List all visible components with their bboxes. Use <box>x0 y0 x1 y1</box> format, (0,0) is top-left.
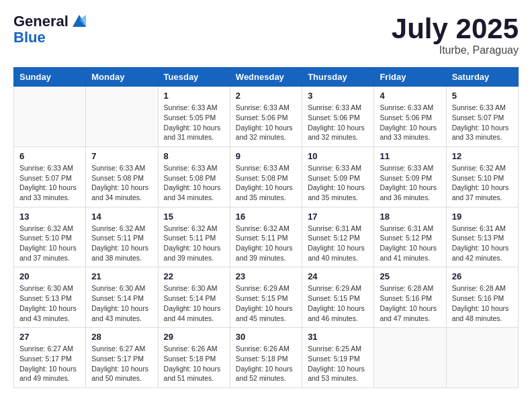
calendar-day-header: Tuesday <box>158 68 230 87</box>
calendar-day-cell: 3Sunrise: 6:33 AM Sunset: 5:06 PM Daylig… <box>302 87 374 147</box>
day-number: 9 <box>236 151 296 161</box>
day-info: Sunrise: 6:33 AM Sunset: 5:07 PM Dayligh… <box>452 103 513 142</box>
calendar-day-cell: 12Sunrise: 6:32 AM Sunset: 5:10 PM Dayli… <box>446 146 518 207</box>
title-block: July 2025 Iturbe, Paraguay <box>392 13 519 56</box>
day-number: 21 <box>91 271 152 281</box>
calendar-day-cell: 10Sunrise: 6:33 AM Sunset: 5:09 PM Dayli… <box>302 146 374 207</box>
day-info: Sunrise: 6:33 AM Sunset: 5:09 PM Dayligh… <box>380 163 440 203</box>
day-info: Sunrise: 6:33 AM Sunset: 5:08 PM Dayligh… <box>236 163 296 203</box>
day-number: 14 <box>91 212 152 222</box>
day-info: Sunrise: 6:33 AM Sunset: 5:08 PM Dayligh… <box>164 163 224 203</box>
day-number: 20 <box>19 271 80 281</box>
calendar-week-row: 20Sunrise: 6:30 AM Sunset: 5:13 PM Dayli… <box>14 267 519 328</box>
calendar-day-cell: 8Sunrise: 6:33 AM Sunset: 5:08 PM Daylig… <box>158 146 230 207</box>
calendar-week-row: 27Sunrise: 6:27 AM Sunset: 5:17 PM Dayli… <box>14 328 519 388</box>
calendar-week-row: 13Sunrise: 6:32 AM Sunset: 5:10 PM Dayli… <box>14 207 519 267</box>
day-info: Sunrise: 6:28 AM Sunset: 5:16 PM Dayligh… <box>452 283 513 323</box>
day-number: 28 <box>91 332 152 342</box>
calendar-day-cell <box>14 87 86 147</box>
calendar-day-cell: 14Sunrise: 6:32 AM Sunset: 5:11 PM Dayli… <box>86 207 158 267</box>
day-info: Sunrise: 6:27 AM Sunset: 5:17 PM Dayligh… <box>19 344 80 383</box>
day-info: Sunrise: 6:31 AM Sunset: 5:12 PM Dayligh… <box>380 224 440 263</box>
calendar-day-cell: 7Sunrise: 6:33 AM Sunset: 5:08 PM Daylig… <box>86 146 158 207</box>
calendar-day-cell: 24Sunrise: 6:29 AM Sunset: 5:15 PM Dayli… <box>302 267 374 328</box>
page-header: General Blue July 2025 Iturbe, Paraguay <box>13 13 519 56</box>
day-number: 19 <box>452 212 513 222</box>
calendar-day-cell <box>374 328 446 388</box>
logo-general: General <box>13 13 69 30</box>
calendar-day-cell: 29Sunrise: 6:26 AM Sunset: 5:18 PM Dayli… <box>158 328 230 388</box>
day-number: 26 <box>452 271 513 281</box>
day-number: 2 <box>236 91 296 101</box>
day-number: 23 <box>236 271 296 281</box>
day-number: 16 <box>236 212 296 222</box>
calendar-day-header: Wednesday <box>230 68 302 87</box>
calendar-day-cell: 15Sunrise: 6:32 AM Sunset: 5:11 PM Dayli… <box>158 207 230 267</box>
day-info: Sunrise: 6:28 AM Sunset: 5:16 PM Dayligh… <box>380 283 440 323</box>
day-info: Sunrise: 6:33 AM Sunset: 5:06 PM Dayligh… <box>308 103 368 142</box>
day-number: 5 <box>452 91 513 101</box>
day-number: 25 <box>380 271 440 281</box>
day-number: 15 <box>164 212 224 222</box>
calendar-day-cell: 21Sunrise: 6:30 AM Sunset: 5:14 PM Dayli… <box>86 267 158 328</box>
calendar-title: July 2025 <box>392 13 519 44</box>
calendar-day-cell: 23Sunrise: 6:29 AM Sunset: 5:15 PM Dayli… <box>230 267 302 328</box>
calendar-day-cell: 9Sunrise: 6:33 AM Sunset: 5:08 PM Daylig… <box>230 146 302 207</box>
calendar-day-header: Thursday <box>302 68 374 87</box>
calendar-day-cell <box>86 87 158 147</box>
day-info: Sunrise: 6:33 AM Sunset: 5:07 PM Dayligh… <box>19 163 80 203</box>
day-number: 10 <box>308 151 368 161</box>
day-number: 4 <box>380 91 440 101</box>
day-number: 3 <box>308 91 368 101</box>
day-number: 22 <box>164 271 224 281</box>
calendar-day-cell: 11Sunrise: 6:33 AM Sunset: 5:09 PM Dayli… <box>374 146 446 207</box>
calendar-header-row: SundayMondayTuesdayWednesdayThursdayFrid… <box>14 68 519 87</box>
day-info: Sunrise: 6:32 AM Sunset: 5:11 PM Dayligh… <box>236 224 296 263</box>
day-info: Sunrise: 6:33 AM Sunset: 5:06 PM Dayligh… <box>380 103 440 142</box>
day-number: 27 <box>19 332 80 342</box>
calendar-day-cell: 18Sunrise: 6:31 AM Sunset: 5:12 PM Dayli… <box>374 207 446 267</box>
day-info: Sunrise: 6:33 AM Sunset: 5:09 PM Dayligh… <box>308 163 368 203</box>
day-number: 13 <box>19 212 80 222</box>
day-info: Sunrise: 6:26 AM Sunset: 5:18 PM Dayligh… <box>164 344 224 383</box>
day-info: Sunrise: 6:30 AM Sunset: 5:14 PM Dayligh… <box>164 283 224 323</box>
day-number: 31 <box>308 332 368 342</box>
day-info: Sunrise: 6:31 AM Sunset: 5:12 PM Dayligh… <box>308 224 368 263</box>
day-info: Sunrise: 6:30 AM Sunset: 5:13 PM Dayligh… <box>19 283 80 323</box>
day-info: Sunrise: 6:32 AM Sunset: 5:10 PM Dayligh… <box>452 163 513 203</box>
calendar-day-cell: 1Sunrise: 6:33 AM Sunset: 5:05 PM Daylig… <box>158 87 230 147</box>
day-number: 29 <box>164 332 224 342</box>
calendar-location: Iturbe, Paraguay <box>392 44 519 56</box>
day-info: Sunrise: 6:33 AM Sunset: 5:05 PM Dayligh… <box>164 103 224 142</box>
calendar-table: SundayMondayTuesdayWednesdayThursdayFrid… <box>13 67 519 388</box>
calendar-week-row: 1Sunrise: 6:33 AM Sunset: 5:05 PM Daylig… <box>14 87 519 147</box>
day-number: 12 <box>452 151 513 161</box>
calendar-day-cell: 4Sunrise: 6:33 AM Sunset: 5:06 PM Daylig… <box>374 87 446 147</box>
day-info: Sunrise: 6:33 AM Sunset: 5:08 PM Dayligh… <box>91 163 152 203</box>
calendar-day-header: Sunday <box>14 68 86 87</box>
calendar-day-cell: 16Sunrise: 6:32 AM Sunset: 5:11 PM Dayli… <box>230 207 302 267</box>
calendar-day-cell: 19Sunrise: 6:31 AM Sunset: 5:13 PM Dayli… <box>446 207 518 267</box>
calendar-week-row: 6Sunrise: 6:33 AM Sunset: 5:07 PM Daylig… <box>14 146 519 207</box>
day-number: 17 <box>308 212 368 222</box>
calendar-day-cell <box>446 328 518 388</box>
day-info: Sunrise: 6:26 AM Sunset: 5:18 PM Dayligh… <box>236 344 296 383</box>
day-number: 18 <box>380 212 440 222</box>
day-info: Sunrise: 6:32 AM Sunset: 5:10 PM Dayligh… <box>19 224 80 263</box>
calendar-day-cell: 17Sunrise: 6:31 AM Sunset: 5:12 PM Dayli… <box>302 207 374 267</box>
calendar-day-cell: 31Sunrise: 6:25 AM Sunset: 5:19 PM Dayli… <box>302 328 374 388</box>
calendar-day-cell: 26Sunrise: 6:28 AM Sunset: 5:16 PM Dayli… <box>446 267 518 328</box>
day-info: Sunrise: 6:32 AM Sunset: 5:11 PM Dayligh… <box>91 224 152 263</box>
day-info: Sunrise: 6:29 AM Sunset: 5:15 PM Dayligh… <box>236 283 296 323</box>
day-number: 1 <box>164 91 224 101</box>
calendar-day-cell: 2Sunrise: 6:33 AM Sunset: 5:06 PM Daylig… <box>230 87 302 147</box>
day-info: Sunrise: 6:31 AM Sunset: 5:13 PM Dayligh… <box>452 224 513 263</box>
day-number: 30 <box>236 332 296 342</box>
calendar-day-cell: 22Sunrise: 6:30 AM Sunset: 5:14 PM Dayli… <box>158 267 230 328</box>
day-number: 24 <box>308 271 368 281</box>
calendar-day-cell: 20Sunrise: 6:30 AM Sunset: 5:13 PM Dayli… <box>14 267 86 328</box>
day-info: Sunrise: 6:32 AM Sunset: 5:11 PM Dayligh… <box>164 224 224 263</box>
calendar-day-header: Friday <box>374 68 446 87</box>
day-info: Sunrise: 6:25 AM Sunset: 5:19 PM Dayligh… <box>308 344 368 383</box>
calendar-day-cell: 6Sunrise: 6:33 AM Sunset: 5:07 PM Daylig… <box>14 146 86 207</box>
